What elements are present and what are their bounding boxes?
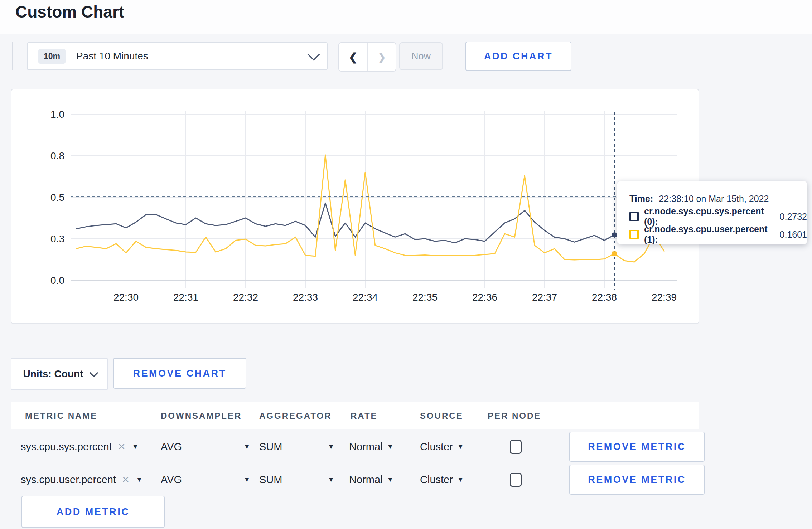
axis-label: 22:34 — [353, 292, 378, 303]
add-metric-button[interactable]: ADD METRIC — [21, 496, 165, 528]
per-node-cell — [510, 464, 522, 496]
axis-label: 22:38 — [592, 292, 617, 303]
axis-label: 1.0 — [50, 109, 64, 120]
col-header-per-node: PER NODE — [488, 411, 541, 421]
per-node-checkbox[interactable] — [510, 473, 522, 487]
units-label: Units: Count — [23, 368, 83, 380]
metric-name-select[interactable]: sys.cpu.sys.percent ✕ ▼ — [21, 431, 139, 463]
source-select[interactable]: Cluster ▼ — [420, 431, 464, 463]
source-select[interactable]: Cluster ▼ — [420, 464, 464, 496]
time-pager: ❮ ❯ — [338, 42, 396, 72]
metric-name: sys.cpu.user.percent — [21, 474, 116, 486]
dropdown-caret-icon: ▼ — [328, 476, 334, 484]
axis-label: 22:33 — [293, 292, 318, 303]
dropdown-caret-icon: ▼ — [457, 476, 464, 484]
axis-label: 0.8 — [50, 150, 64, 161]
dropdown-caret-icon: ▼ — [387, 443, 393, 451]
col-header-rate: RATE — [351, 411, 378, 421]
axis-label: 22:36 — [472, 292, 497, 303]
time-range-select[interactable]: 10m Past 10 Minutes — [27, 42, 328, 70]
tooltip-series-value: 0.1601 — [780, 229, 807, 240]
chevron-down-icon — [90, 368, 98, 377]
axis-label: 22:35 — [412, 292, 438, 303]
time-range-badge: 10m — [38, 49, 66, 64]
chart-plot-area[interactable]: 22:3022:3122:3222:3322:3422:3522:3622:37… — [11, 89, 699, 323]
downsampler-select[interactable]: AVG ▼ — [161, 464, 250, 496]
next-time-button[interactable]: ❯ — [368, 43, 396, 71]
tooltip-time-label: Time: — [629, 194, 653, 204]
tooltip-time-row: Time: 22:38:10 on Mar 15th, 2022 — [629, 190, 807, 208]
add-chart-button[interactable]: ADD CHART — [465, 42, 571, 71]
chart-tooltip: Time: 22:38:10 on Mar 15th, 2022 cr.node… — [617, 181, 807, 244]
rate-select[interactable]: Normal ▼ — [349, 464, 393, 496]
axis-label: 22:30 — [113, 292, 139, 303]
tooltip-series-row: cr.node.sys.cpu.user.percent (1): 0.1601 — [629, 225, 807, 243]
chevron-down-icon — [307, 48, 320, 60]
dropdown-caret-icon: ▼ — [243, 443, 250, 451]
metric-name: sys.cpu.sys.percent — [21, 441, 112, 453]
downsampler-select[interactable]: AVG ▼ — [161, 431, 250, 463]
aggregator-select[interactable]: SUM ▼ — [259, 464, 334, 496]
col-header-aggregator: AGGREGATOR — [259, 411, 332, 421]
tooltip-series-value: 0.2732 — [780, 212, 807, 222]
axis-label: 22:31 — [173, 292, 198, 303]
per-node-checkbox[interactable] — [510, 440, 522, 454]
tooltip-time-value: 22:38:10 on Mar 15th, 2022 — [659, 194, 769, 204]
now-button[interactable]: Now — [399, 42, 443, 70]
axis-label: 0.3 — [50, 233, 64, 244]
dropdown-caret-icon: ▼ — [243, 476, 250, 484]
chart-card: 22:3022:3122:3222:3322:3422:3522:3622:37… — [11, 89, 699, 324]
page-title: Custom Chart — [15, 2, 124, 21]
prev-time-button[interactable]: ❮ — [339, 43, 368, 71]
col-header-downsampler: DOWNSAMPLER — [161, 411, 242, 421]
remove-chart-button[interactable]: REMOVE CHART — [113, 358, 246, 389]
remove-metric-button[interactable]: REMOVE METRIC — [569, 432, 705, 462]
units-select[interactable]: Units: Count — [11, 358, 108, 390]
dropdown-caret-icon: ▼ — [136, 476, 143, 484]
dropdown-caret-icon: ▼ — [387, 476, 393, 484]
metric-row: sys.cpu.sys.percent ✕ ▼ AVG ▼ SUM ▼ Norm… — [11, 431, 699, 463]
rate-select[interactable]: Normal ▼ — [349, 431, 393, 463]
remove-metric-button[interactable]: REMOVE METRIC — [569, 465, 705, 495]
sys-series-swatch-icon — [629, 212, 639, 221]
dropdown-caret-icon: ▼ — [457, 443, 464, 451]
axis-label: 22:39 — [652, 292, 677, 303]
axis-label: 0.0 — [50, 275, 64, 286]
dropdown-caret-icon: ▼ — [328, 443, 334, 451]
tooltip-series-label: cr.node.sys.cpu.user.percent (1): — [644, 224, 774, 245]
axis-label: 22:32 — [233, 292, 258, 303]
time-range-label: Past 10 Minutes — [76, 50, 148, 62]
tooltip-series-row: cr.node.sys.cpu.sys.percent (0): 0.2732 — [629, 208, 807, 225]
axis-label: 0.5 — [50, 192, 64, 203]
metrics-table-header: METRIC NAME DOWNSAMPLER AGGREGATOR RATE … — [11, 402, 699, 429]
toolbar-divider — [12, 42, 13, 70]
metric-name-select[interactable]: sys.cpu.user.percent ✕ ▼ — [21, 464, 143, 496]
clear-metric-icon[interactable]: ✕ — [118, 441, 126, 452]
custom-chart-page: Custom Chart 10m Past 10 Minutes ❮ ❯ Now… — [0, 0, 812, 529]
metric-row: sys.cpu.user.percent ✕ ▼ AVG ▼ SUM ▼ Nor… — [11, 464, 699, 496]
axis-label: 22:37 — [532, 292, 557, 303]
per-node-cell — [510, 431, 522, 463]
col-header-metric-name: METRIC NAME — [25, 411, 97, 421]
dropdown-caret-icon: ▼ — [132, 443, 139, 451]
clear-metric-icon[interactable]: ✕ — [122, 474, 130, 485]
col-header-source: SOURCE — [420, 411, 463, 421]
aggregator-select[interactable]: SUM ▼ — [259, 431, 334, 463]
user-series-swatch-icon — [629, 230, 639, 239]
